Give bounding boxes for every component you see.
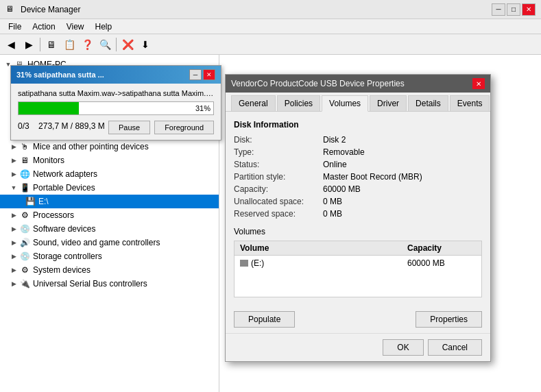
minimize-button[interactable]: ─ (492, 3, 505, 16)
props-footer: Populate Properties (226, 306, 490, 333)
list-item[interactable]: ▶ ⚙ System devices (0, 263, 219, 277)
list-item[interactable]: ▶ 🔊 Sound, video and game controllers (0, 236, 219, 249)
close-button[interactable]: ✕ (522, 3, 536, 16)
network-icon: 🌐 (19, 169, 30, 180)
partition-label: Partition style: (234, 172, 323, 182)
progress-title-bar: 31% satipathana sutta ... ─ ✕ (11, 66, 221, 84)
status-row: Status: Online (234, 160, 482, 169)
app-icon: 🖥 (5, 4, 16, 15)
tree-label-portable: Portable Devices (33, 183, 95, 193)
tab-bar: General Policies Volumes Driver Details … (226, 93, 490, 112)
tab-general[interactable]: General (231, 95, 276, 111)
tree-label-storage: Storage controllers (33, 252, 102, 261)
list-item[interactable]: ▶ ⚙ Processors (0, 208, 219, 222)
tree-label-sound: Sound, video and game controllers (33, 238, 160, 247)
progress-filename: satipathana sutta Maxim.wav->satipathana… (18, 89, 214, 97)
progress-counts: 0/3 273,7 M / 889,3 M (18, 121, 105, 131)
tab-policies[interactable]: Policies (277, 95, 320, 111)
disk-row: Disk: Disk 2 (234, 135, 482, 145)
menu-file[interactable]: File (3, 21, 27, 33)
populate-button[interactable]: Populate (234, 311, 295, 328)
toolbar-back[interactable]: ◀ (3, 36, 19, 53)
system-icon: ⚙ (19, 265, 30, 275)
foreground-button[interactable]: Foreground (154, 121, 214, 134)
volume-name: (E:) (240, 258, 407, 268)
cancel-button[interactable]: Cancel (428, 339, 482, 356)
toolbar: ◀ ▶ 🖥 📋 ❓ 🔍 ❌ ⬇ (0, 34, 541, 55)
unallocated-row: Unallocated space: 0 MB (234, 197, 482, 206)
col-volume: Volume (240, 243, 407, 253)
progress-info-row: 0/3 273,7 M / 889,3 M Pause Foreground (18, 118, 214, 134)
disk-icon (240, 260, 248, 267)
list-item[interactable]: ▶ 🔌 Universal Serial Bus controllers (0, 277, 219, 291)
menu-view[interactable]: View (61, 21, 90, 33)
list-item[interactable]: ▶ 💿 Storage controllers (0, 249, 219, 263)
status-label: Status: (234, 160, 323, 169)
disk-info-table: Disk: Disk 2 Type: Removable Status: Onl… (234, 135, 482, 219)
toolbar-forward[interactable]: ▶ (21, 36, 37, 53)
unallocated-value: 0 MB (323, 197, 342, 206)
pause-button[interactable]: Pause (108, 121, 150, 134)
col-capacity: Capacity (407, 243, 476, 253)
list-item[interactable]: 💾 E:\ (0, 195, 219, 208)
tab-volumes[interactable]: Volumes (322, 95, 368, 112)
toolbar-scan[interactable]: ⬇ (137, 36, 154, 53)
progress-bar-container: 31% (18, 101, 214, 115)
usb-icon: 🔌 (19, 278, 30, 289)
progress-body: satipathana sutta Maxim.wav->satipathana… (11, 84, 221, 140)
toolbar-properties[interactable]: 📋 (61, 36, 77, 53)
toolbar-search[interactable]: 🔍 (97, 36, 113, 53)
volume-row[interactable]: (E:) 60000 MB (235, 256, 481, 297)
tree-label-system: System devices (33, 265, 91, 275)
expand-icon[interactable]: ▶ (8, 237, 19, 248)
list-item[interactable]: ▶ 🖱 Mice and other pointing devices (0, 140, 219, 154)
maximize-button[interactable]: □ (507, 3, 520, 16)
expand-icon[interactable]: ▶ (8, 251, 19, 262)
menu-bar: File Action View Help (0, 19, 541, 34)
list-item[interactable]: ▼ 📱 Portable Devices (0, 181, 219, 195)
expand-icon[interactable]: ▶ (8, 155, 19, 166)
status-value: Online (323, 160, 347, 169)
props-content: Disk Information Disk: Disk 2 Type: Remo… (226, 112, 490, 306)
expand-icon[interactable]: ▶ (8, 278, 19, 289)
window-controls: ─ □ ✕ (492, 3, 536, 16)
props-title: VendorCo ProductCode USB Device Properti… (231, 79, 405, 88)
props-close-button[interactable]: ✕ (472, 78, 485, 89)
mouse-icon: 🖱 (19, 141, 30, 152)
list-item[interactable]: ▶ 🌐 Network adapters (0, 167, 219, 181)
unallocated-label: Unallocated space: (234, 197, 323, 206)
disk-value: Disk 2 (323, 135, 346, 145)
toolbar-computer[interactable]: 🖥 (43, 36, 60, 53)
tab-details[interactable]: Details (408, 95, 448, 111)
capacity-row: Capacity: 60000 MB (234, 184, 482, 194)
progress-minimize-button[interactable]: ─ (189, 69, 202, 80)
list-item[interactable]: ▶ 🖥 Monitors (0, 154, 219, 167)
capacity-label: Capacity: (234, 184, 323, 194)
properties-dialog: VendorCo ProductCode USB Device Properti… (225, 74, 491, 362)
tree-label-mice: Mice and other pointing devices (33, 142, 149, 151)
tab-events[interactable]: Events (450, 95, 490, 111)
tree-label-usb: Universal Serial Bus controllers (33, 279, 147, 289)
menu-action[interactable]: Action (27, 21, 60, 33)
toolbar-help[interactable]: ❓ (79, 36, 95, 53)
expand-icon[interactable]: ▶ (8, 169, 19, 180)
expand-icon[interactable]: ▶ (8, 210, 19, 221)
partition-row: Partition style: Master Boot Record (MBR… (234, 172, 482, 182)
volumes-table[interactable]: Volume Capacity (E:) 60000 MB (234, 241, 482, 297)
progress-buttons: Pause Foreground (108, 121, 214, 134)
expand-icon[interactable]: ▼ (8, 182, 19, 193)
menu-help[interactable]: Help (90, 21, 118, 33)
progress-close-button[interactable]: ✕ (203, 69, 215, 80)
partition-value: Master Boot Record (MBR) (323, 172, 422, 182)
size-label: 273,7 M / 889,3 M (38, 121, 105, 131)
list-item[interactable]: ▶ 💿 Software devices (0, 222, 219, 236)
tab-driver[interactable]: Driver (370, 95, 407, 111)
expand-icon[interactable]: ▶ (8, 141, 19, 152)
expand-icon[interactable]: ▶ (8, 265, 19, 275)
reserved-value: 0 MB (323, 209, 342, 219)
ok-button[interactable]: OK (383, 339, 423, 356)
volume-properties-button[interactable]: Properties (416, 311, 482, 328)
expand-icon[interactable]: ▶ (8, 223, 19, 234)
toolbar-remove[interactable]: ❌ (119, 36, 136, 53)
type-label: Type: (234, 147, 323, 157)
